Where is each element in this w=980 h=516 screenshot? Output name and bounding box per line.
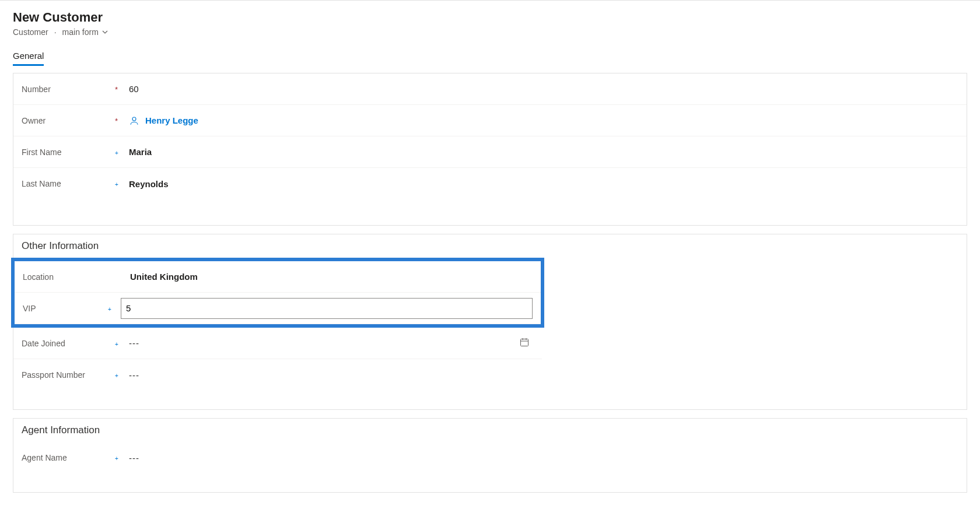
field-value-location[interactable]: United Kingdom: [130, 272, 533, 282]
breadcrumb: Customer · main form: [13, 27, 967, 37]
recommended-icon: +: [115, 455, 118, 462]
section-other-information: Other Information Location United Kingdo…: [13, 234, 967, 410]
vip-input[interactable]: [126, 303, 527, 313]
tab-general[interactable]: General: [13, 47, 44, 66]
field-value-passport-number[interactable]: ---: [129, 370, 534, 380]
field-value-vip-wrapper: [121, 298, 533, 319]
person-icon: [129, 115, 139, 126]
breadcrumb-separator: ·: [54, 27, 57, 37]
field-value-first-name[interactable]: Maria: [129, 147, 958, 157]
field-label-location: Location: [23, 272, 116, 282]
field-row-first-name[interactable]: First Name + Maria: [13, 136, 967, 168]
field-value-owner[interactable]: Henry Legge: [129, 115, 958, 126]
recommended-icon: +: [115, 181, 118, 188]
field-label-passport-number: Passport Number: [22, 370, 115, 380]
required-star-icon: *: [115, 85, 118, 94]
recommended-icon: +: [115, 373, 118, 379]
recommended-icon: +: [115, 150, 118, 156]
field-label-first-name: First Name: [22, 148, 115, 157]
date-joined-value: ---: [129, 338, 139, 348]
recommended-icon: +: [115, 341, 118, 347]
agent-name-value: ---: [129, 453, 139, 463]
field-value-number[interactable]: 60: [129, 84, 958, 94]
passport-number-value: ---: [129, 370, 139, 380]
field-row-date-joined[interactable]: Date Joined + ---: [13, 328, 542, 359]
form-name-label: main form: [62, 27, 99, 37]
svg-rect-1: [521, 339, 528, 346]
svg-point-0: [132, 117, 136, 121]
required-star-icon: *: [115, 117, 118, 125]
field-value-last-name[interactable]: Reynolds: [129, 179, 958, 189]
page-title: New Customer: [13, 10, 967, 25]
recommended-icon: +: [108, 306, 111, 313]
section-title-other-information: Other Information: [13, 234, 967, 258]
vip-input-box[interactable]: [121, 298, 533, 319]
field-label-last-name: Last Name: [22, 179, 115, 188]
calendar-icon[interactable]: [520, 338, 534, 349]
section-agent-information: Agent Information Agent Name + ---: [13, 418, 967, 493]
section-general: Number * 60 Owner * Henry Legge First Na…: [13, 73, 967, 226]
field-row-vip[interactable]: VIP +: [15, 293, 541, 324]
field-row-owner[interactable]: Owner * Henry Legge: [13, 105, 967, 136]
field-row-passport-number[interactable]: Passport Number + ---: [13, 359, 542, 391]
owner-lookup-link[interactable]: Henry Legge: [129, 115, 198, 126]
field-row-number[interactable]: Number * 60: [13, 73, 967, 105]
section-title-agent-information: Agent Information: [13, 419, 967, 442]
field-value-date-joined[interactable]: ---: [129, 338, 534, 349]
field-row-last-name[interactable]: Last Name + Reynolds: [13, 168, 967, 199]
field-row-location[interactable]: Location United Kingdom: [15, 261, 541, 293]
field-label-agent-name: Agent Name: [22, 453, 115, 462]
form-switcher[interactable]: main form: [62, 27, 108, 37]
chevron-down-icon: [102, 27, 108, 37]
highlight-annotation-box: Location United Kingdom VIP +: [11, 258, 544, 328]
owner-name: Henry Legge: [145, 115, 198, 125]
field-label-date-joined: Date Joined: [22, 339, 115, 348]
tab-strip: General: [0, 47, 980, 66]
entity-label: Customer: [13, 27, 48, 37]
field-row-agent-name[interactable]: Agent Name + ---: [13, 442, 542, 473]
field-label-owner: Owner: [22, 116, 115, 125]
field-value-agent-name[interactable]: ---: [129, 453, 534, 463]
field-label-vip: VIP: [23, 304, 108, 313]
field-label-number: Number: [22, 85, 115, 94]
page-header: New Customer Customer · main form: [0, 1, 980, 41]
